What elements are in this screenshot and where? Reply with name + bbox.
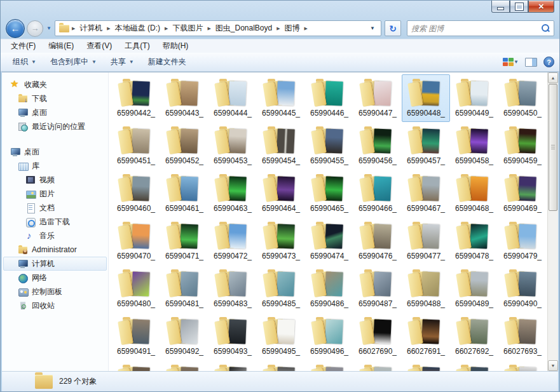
sidebar-item-回收站[interactable]: 回收站 xyxy=(3,299,107,313)
folder-item[interactable] xyxy=(112,360,160,371)
folder-item[interactable]: 65990454_ xyxy=(257,122,305,170)
folder-item[interactable]: 65990486_ xyxy=(305,265,353,313)
folder-item[interactable]: 65990456_ xyxy=(353,122,402,170)
preview-pane-button[interactable] xyxy=(525,58,537,67)
sidebar-item-计算机[interactable]: 计算机 xyxy=(3,257,107,271)
folder-item[interactable]: 66027693_ xyxy=(498,313,547,360)
folder-item[interactable]: 65990471_ xyxy=(160,217,208,265)
folder-item[interactable]: 65990443_ xyxy=(160,74,208,122)
sidebar-item-Administrator[interactable]: Administrator xyxy=(3,243,107,257)
folder-item[interactable]: 65990472_ xyxy=(208,217,257,265)
forward-button[interactable]: → xyxy=(27,20,43,37)
restore-button[interactable] xyxy=(510,1,528,13)
sidebar-item-桌面[interactable]: 桌面 xyxy=(3,105,107,119)
folder-item[interactable]: 65990442_ xyxy=(112,74,160,122)
folder-item[interactable]: 65990460_ xyxy=(112,170,160,217)
folder-item[interactable]: 65990458_ xyxy=(450,122,498,170)
folder-item[interactable]: 65990457_ xyxy=(402,122,450,170)
folder-item[interactable]: 65990449_ xyxy=(450,74,498,122)
sidebar-item-收藏夹[interactable]: 收藏夹 xyxy=(3,78,107,91)
address-dropdown-icon[interactable]: ▼ xyxy=(366,25,379,31)
folder-item[interactable]: 66027692_ xyxy=(450,313,498,360)
sidebar-item-视频[interactable]: 视频 xyxy=(3,173,107,187)
folder-item[interactable]: 65990448_ xyxy=(402,74,450,122)
sidebar-item-控制面板[interactable]: 控制面板 xyxy=(3,285,107,299)
folder-item[interactable]: 65990479_ xyxy=(498,217,547,265)
folder-item[interactable]: 65990490_ xyxy=(498,265,547,313)
toolbar-button[interactable]: 新建文件夹 xyxy=(141,53,193,71)
folder-item[interactable]: 65990478_ xyxy=(450,217,498,265)
folder-item[interactable]: 65990461_ xyxy=(160,170,208,217)
folder-item[interactable] xyxy=(208,360,257,371)
vertical-scrollbar[interactable]: ▲ ▼ xyxy=(547,72,558,371)
folder-item[interactable]: 65990477_ xyxy=(402,217,450,265)
toolbar-button[interactable]: 包含到库中 ▼ xyxy=(43,53,104,71)
folder-item[interactable]: 65990444_ xyxy=(208,74,257,122)
sidebar-item-音乐[interactable]: 音乐 xyxy=(3,229,107,243)
sidebar-item-下载[interactable]: ↓ 下载 xyxy=(3,91,107,105)
folder-item[interactable]: 65990447_ xyxy=(353,74,402,122)
minimize-button[interactable] xyxy=(491,1,510,13)
views-button[interactable]: ▼ xyxy=(503,58,519,67)
scrollbar-track[interactable] xyxy=(548,212,558,360)
folder-item[interactable]: 65990450_ xyxy=(498,74,547,122)
folder-item[interactable]: 65990465_ xyxy=(305,170,353,217)
folder-item[interactable]: 65990492_ xyxy=(160,313,208,360)
folder-item[interactable]: 65990445_ xyxy=(257,74,305,122)
refresh-button[interactable]: ↻ xyxy=(385,20,401,36)
folder-item[interactable]: 65990485_ xyxy=(257,265,305,313)
folder-item[interactable]: 65990474_ xyxy=(305,217,353,265)
folder-item[interactable]: 65990470_ xyxy=(112,217,160,265)
folder-item[interactable]: 65990487_ xyxy=(353,265,402,313)
toolbar-button[interactable]: 共享 ▼ xyxy=(104,53,141,71)
folder-item[interactable]: 65990473_ xyxy=(257,217,305,265)
sidebar-item-文档[interactable]: 文档 xyxy=(3,201,107,215)
sidebar-item-图片[interactable]: 图片 xyxy=(3,187,107,201)
title-bar[interactable] xyxy=(1,1,559,18)
folder-item[interactable]: 65990488_ xyxy=(402,265,450,313)
folder-item[interactable]: 65990466_ xyxy=(353,170,402,217)
sidebar-item-网络[interactable]: 网络 xyxy=(3,271,107,285)
folder-item[interactable]: 66027691_ xyxy=(402,313,450,360)
scroll-up-icon[interactable]: ▲ xyxy=(548,72,558,83)
menu-item[interactable]: 帮助(H) xyxy=(156,39,195,53)
folder-item[interactable]: 65990496_ xyxy=(305,313,353,360)
breadcrumb-item[interactable]: 图虫_DonalBoyd xyxy=(212,21,276,36)
folder-item[interactable]: 65990481_ xyxy=(160,265,208,313)
folder-item[interactable] xyxy=(160,360,208,371)
folder-item[interactable] xyxy=(305,360,353,371)
folder-item[interactable]: 66027690_ xyxy=(353,313,402,360)
sidebar-item-桌面[interactable]: 桌面 xyxy=(3,145,107,159)
folder-item[interactable]: 65990491_ xyxy=(112,313,160,360)
folder-item[interactable]: 65990467_ xyxy=(402,170,450,217)
folder-item[interactable] xyxy=(402,360,450,371)
search-input[interactable] xyxy=(411,24,542,33)
folder-item[interactable] xyxy=(498,360,547,371)
menu-item[interactable]: 编辑(E) xyxy=(42,39,80,53)
sidebar-item-最近访问的位置[interactable]: 最近访问的位置 xyxy=(3,119,107,133)
breadcrumb-item[interactable]: 本地磁盘 (D:) xyxy=(111,21,164,36)
close-button[interactable] xyxy=(528,1,554,13)
folder-item[interactable]: 65990483_ xyxy=(208,265,257,313)
address-bar[interactable]: ▶ 计算机 ▶ 本地磁盘 (D:) ▶ 下载图片 ▶ 图虫_DonalBoyd … xyxy=(55,20,381,36)
folder-item[interactable]: 65990493_ xyxy=(208,313,257,360)
back-button[interactable]: ← xyxy=(6,19,25,38)
folder-item[interactable]: 65990463_ xyxy=(208,170,257,217)
folder-item[interactable]: 65990480_ xyxy=(112,265,160,313)
sidebar-item-迅雷下载[interactable]: 迅雷下载 xyxy=(3,215,107,229)
folder-item[interactable] xyxy=(450,360,498,371)
breadcrumb-item[interactable]: 图博 xyxy=(281,21,304,36)
history-dropdown-icon[interactable]: ▼ xyxy=(45,25,53,31)
folder-item[interactable]: 65990459_ xyxy=(498,122,547,170)
folder-item[interactable] xyxy=(353,360,402,371)
folder-item[interactable] xyxy=(257,360,305,371)
menu-item[interactable]: 查看(V) xyxy=(80,39,118,53)
folder-item[interactable]: 65990453_ xyxy=(208,122,257,170)
folder-item[interactable]: 65990451_ xyxy=(112,122,160,170)
folder-item[interactable]: 65990495_ xyxy=(257,313,305,360)
scroll-down-icon[interactable]: ▼ xyxy=(548,360,558,371)
help-button[interactable]: ? xyxy=(543,57,554,67)
folder-item[interactable]: 65990446_ xyxy=(305,74,353,122)
toolbar-button[interactable]: 组织 ▼ xyxy=(6,53,43,71)
menu-item[interactable]: 文件(F) xyxy=(4,39,42,53)
